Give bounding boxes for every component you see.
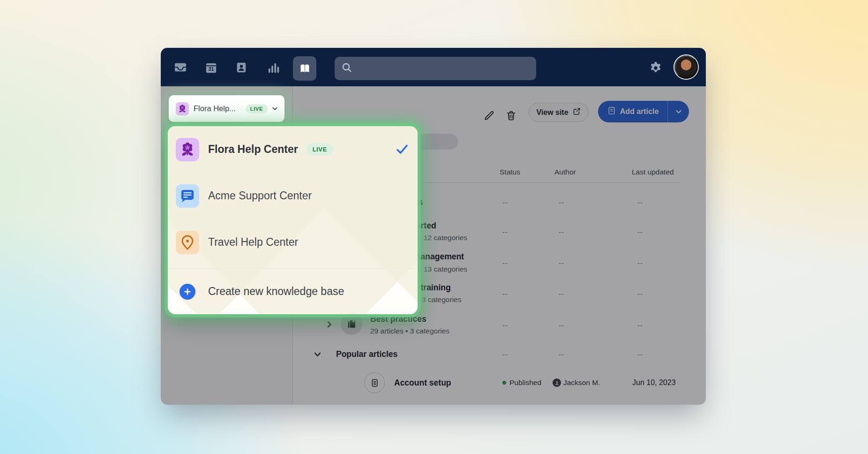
calendar-day-label: 31 (208, 66, 214, 72)
search-icon (341, 62, 352, 75)
inbox-icon[interactable] (172, 60, 188, 76)
live-badge: LIVE (246, 104, 268, 114)
dropdown-item-flora-help-center[interactable]: Flora Help Center LIVE (168, 126, 418, 173)
chat-bubble-icon (176, 184, 199, 208)
create-knowledge-base-label: Create new knowledge base (208, 285, 344, 298)
knowledge-base-switcher[interactable]: Flora Help... LIVE (169, 95, 284, 122)
selected-check-icon (396, 143, 408, 157)
plus-icon (180, 284, 195, 300)
dropdown-item-travel-help-center[interactable]: Travel Help Center (168, 219, 418, 265)
live-badge: LIVE (307, 143, 333, 156)
settings-gear-icon[interactable] (648, 61, 663, 76)
page-background: 31 Conten (0, 0, 868, 454)
dropdown-item-acme-support-center[interactable]: Acme Support Center (168, 173, 418, 219)
global-search (335, 57, 536, 80)
contacts-icon[interactable] (233, 60, 249, 76)
dropdown-item-label: Flora Help Center (208, 143, 298, 156)
flower-icon (176, 138, 199, 161)
top-nav-bar: 31 (161, 48, 706, 86)
create-knowledge-base-button[interactable]: Create new knowledge base (168, 269, 418, 314)
calendar-icon[interactable]: 31 (203, 60, 219, 76)
chevron-down-icon (271, 105, 278, 112)
reports-icon[interactable] (265, 60, 281, 76)
app-window: 31 Conten (161, 48, 706, 405)
knowledge-base-icon[interactable] (293, 56, 316, 81)
dropdown-item-label: Travel Help Center (208, 236, 298, 249)
dropdown-item-label: Acme Support Center (208, 189, 312, 202)
knowledge-base-dropdown: Flora Help Center LIVE Acme Support Cent… (168, 126, 418, 314)
search-input[interactable] (357, 64, 530, 73)
flower-icon (176, 102, 189, 115)
user-avatar[interactable] (674, 55, 698, 79)
map-pin-icon (176, 231, 199, 254)
switcher-label: Flora Help... (194, 104, 236, 113)
